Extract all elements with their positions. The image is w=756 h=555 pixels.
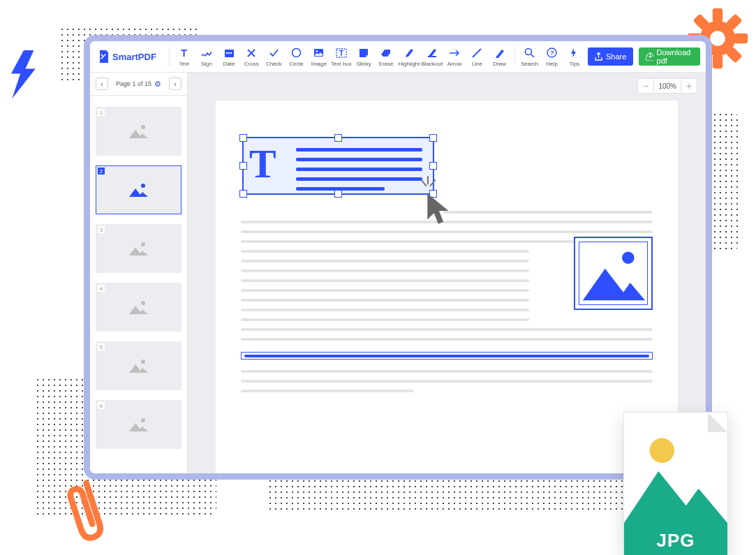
prev-page-button[interactable]: ‹ <box>96 77 108 90</box>
download-button[interactable]: Download pdf <box>639 47 700 66</box>
image-icon <box>128 416 150 433</box>
image-icon <box>579 242 647 304</box>
svg-rect-15 <box>230 52 232 54</box>
svg-point-27 <box>141 242 145 246</box>
tool-textbox[interactable]: TText box <box>331 43 352 71</box>
svg-point-25 <box>141 125 145 129</box>
tool-circle[interactable]: Circle <box>286 43 307 71</box>
svg-point-28 <box>141 301 145 305</box>
textbox-drop-cap: T <box>249 144 276 184</box>
textbox-element[interactable]: T <box>242 137 434 195</box>
tool-sign[interactable]: Sign <box>196 43 217 71</box>
tool-sticky[interactable]: Sticky <box>353 43 374 71</box>
resize-handle[interactable] <box>429 134 437 142</box>
selected-line[interactable] <box>241 352 653 360</box>
page-thumbnail[interactable]: 1 <box>96 107 181 156</box>
resize-handle[interactable] <box>429 162 437 170</box>
svg-point-32 <box>649 438 674 464</box>
jpg-label: JPG <box>624 523 727 555</box>
zoom-in-button[interactable]: + <box>681 79 697 93</box>
zoom-out-button[interactable]: − <box>638 79 653 93</box>
app-logo[interactable]: SmartPDF <box>98 50 156 63</box>
svg-point-22 <box>526 49 532 55</box>
image-icon <box>128 182 150 198</box>
resize-handle[interactable] <box>239 190 247 198</box>
svg-point-31 <box>622 251 634 263</box>
tool-line[interactable]: Line <box>466 43 487 71</box>
app-window: SmartPDF TText Sign Date Cross Check Cir… <box>84 35 712 480</box>
gear-icon[interactable]: ⚙ <box>154 80 161 89</box>
sidebar: ‹ Page 1 of 15 ⚙ › 1 2 3 4 5 6 <box>90 73 188 473</box>
jpg-preview <box>624 413 727 523</box>
textbox-lines <box>296 148 422 191</box>
cursor-icon <box>425 191 454 228</box>
svg-marker-10 <box>11 50 36 99</box>
svg-rect-13 <box>226 52 228 54</box>
pager: ‹ Page 1 of 15 ⚙ › <box>90 73 187 96</box>
svg-point-30 <box>141 418 145 422</box>
tool-help[interactable]: ?Help <box>542 43 563 71</box>
toolbar: SmartPDF TText Sign Date Cross Check Cir… <box>90 41 706 73</box>
page-thumbnail[interactable]: 5 <box>96 341 181 390</box>
image-icon <box>128 357 150 374</box>
svg-rect-4 <box>734 34 748 43</box>
svg-point-26 <box>141 184 145 188</box>
tool-cross[interactable]: Cross <box>241 43 262 71</box>
image-icon <box>128 240 150 257</box>
next-page-button[interactable]: › <box>169 77 181 90</box>
page-thumbnail[interactable]: 4 <box>96 283 181 332</box>
svg-text:?: ? <box>550 50 554 57</box>
tool-date[interactable]: Date <box>218 43 239 71</box>
tool-image[interactable]: Image <box>309 43 329 71</box>
image-element[interactable] <box>574 237 653 310</box>
svg-rect-1 <box>713 8 722 22</box>
page-thumbnail[interactable]: 3 <box>96 224 181 273</box>
share-icon <box>595 52 602 61</box>
page-thumbnail[interactable]: 2 <box>96 165 181 214</box>
svg-point-9 <box>710 31 725 46</box>
svg-text:T: T <box>181 47 187 58</box>
paperclip-icon <box>63 473 112 549</box>
thumbnails: 1 2 3 4 5 6 <box>90 96 187 473</box>
svg-point-29 <box>141 360 145 364</box>
image-icon <box>128 123 150 140</box>
tool-text[interactable]: TText <box>174 43 195 71</box>
bolt-icon <box>7 50 40 101</box>
svg-text:T: T <box>339 50 343 57</box>
separator <box>169 47 170 66</box>
share-button[interactable]: Share <box>588 47 633 66</box>
svg-rect-21 <box>428 56 436 57</box>
resize-handle[interactable] <box>239 162 247 170</box>
svg-point-16 <box>292 49 301 57</box>
tool-draw[interactable]: Draw <box>489 43 510 71</box>
image-icon <box>128 299 150 316</box>
tool-blackout[interactable]: Blackout <box>422 43 443 71</box>
zoom-control: − 100% + <box>637 78 697 94</box>
jpg-file-card: JPG <box>623 412 728 555</box>
svg-rect-14 <box>228 52 230 54</box>
tool-tips[interactable]: Tips <box>564 43 585 71</box>
app-name: SmartPDF <box>112 52 156 62</box>
resize-handle[interactable] <box>334 134 342 142</box>
tool-arrow[interactable]: Arrow <box>444 43 465 71</box>
tool-highlight[interactable]: Highlight <box>398 43 420 71</box>
svg-rect-2 <box>713 54 722 68</box>
page-thumbnail[interactable]: 6 <box>96 400 181 449</box>
tool-search[interactable]: Search <box>519 43 540 71</box>
tool-check[interactable]: Check <box>263 43 284 71</box>
resize-handle[interactable] <box>334 190 342 198</box>
download-icon <box>646 52 653 61</box>
separator <box>514 47 515 66</box>
tool-erase[interactable]: Erase <box>376 43 396 71</box>
svg-point-18 <box>316 50 318 52</box>
resize-handle[interactable] <box>239 134 247 142</box>
page-label: Page 1 of 15 ⚙ <box>116 80 161 89</box>
zoom-level: 100% <box>653 79 681 93</box>
document-page[interactable]: T <box>216 101 678 473</box>
